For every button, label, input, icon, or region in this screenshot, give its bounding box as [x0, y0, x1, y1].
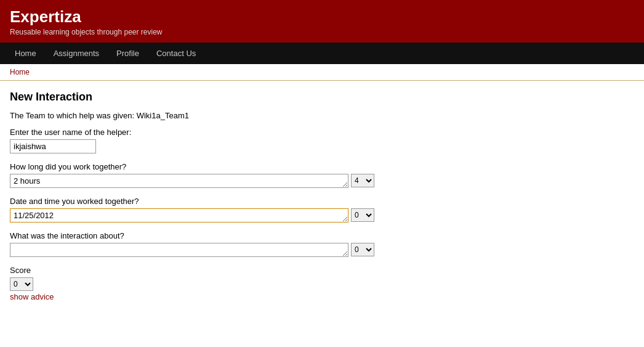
app-subtitle: Reusable learning objects through peer r…: [10, 28, 634, 36]
interaction-textarea[interactable]: [10, 243, 348, 257]
team-label: The Team to which help was given: Wiki1a…: [10, 111, 634, 120]
breadcrumb-home[interactable]: Home: [10, 68, 30, 76]
nav-home[interactable]: Home: [6, 43, 45, 64]
score-label: Score: [10, 266, 634, 275]
date-score-select[interactable]: 0 1 2 3 4 5: [351, 208, 374, 222]
nav-assignments[interactable]: Assignments: [45, 43, 108, 64]
date-label: Date and time you worked together?: [10, 197, 634, 206]
helper-name-group: Enter the user name of the helper:: [10, 128, 634, 153]
nav-profile[interactable]: Profile: [108, 43, 148, 64]
page-title: New Interaction: [10, 91, 634, 104]
work-duration-score-select[interactable]: 4 0 1 2 3 5: [351, 174, 374, 187]
work-duration-group: How long did you work together? 4 0 1 2 …: [10, 162, 634, 188]
date-row: 0 1 2 3 4 5: [10, 208, 634, 222]
interaction-score-select[interactable]: 0 1 2 3 4 5: [351, 243, 374, 256]
work-duration-textarea[interactable]: [10, 174, 348, 188]
date-textarea[interactable]: [10, 208, 348, 222]
interaction-row: 0 1 2 3 4 5: [10, 243, 634, 257]
breadcrumb: Home: [0, 64, 644, 81]
navbar: Home Assignments Profile Contact Us: [0, 43, 644, 64]
score-row: 0 1 2 3 4 5: [10, 277, 634, 291]
nav-contact-us[interactable]: Contact Us: [148, 43, 204, 64]
interaction-label: What was the interaction about?: [10, 231, 634, 240]
interaction-group: What was the interaction about? 0 1 2 3 …: [10, 231, 634, 257]
app-title: Expertiza: [10, 7, 634, 27]
helper-label: Enter the user name of the helper:: [10, 128, 634, 137]
work-duration-row: 4 0 1 2 3 5: [10, 174, 634, 188]
main-content: New Interaction The Team to which help w…: [0, 81, 644, 320]
score-group: Score 0 1 2 3 4 5 show advice: [10, 266, 634, 301]
work-duration-label: How long did you work together?: [10, 162, 634, 171]
date-group: Date and time you worked together? 0 1 2…: [10, 197, 634, 222]
score-select[interactable]: 0 1 2 3 4 5: [10, 277, 33, 291]
helper-name-input[interactable]: [10, 139, 96, 153]
show-advice-link[interactable]: show advice: [10, 292, 54, 301]
header: Expertiza Reusable learning objects thro…: [0, 0, 644, 43]
